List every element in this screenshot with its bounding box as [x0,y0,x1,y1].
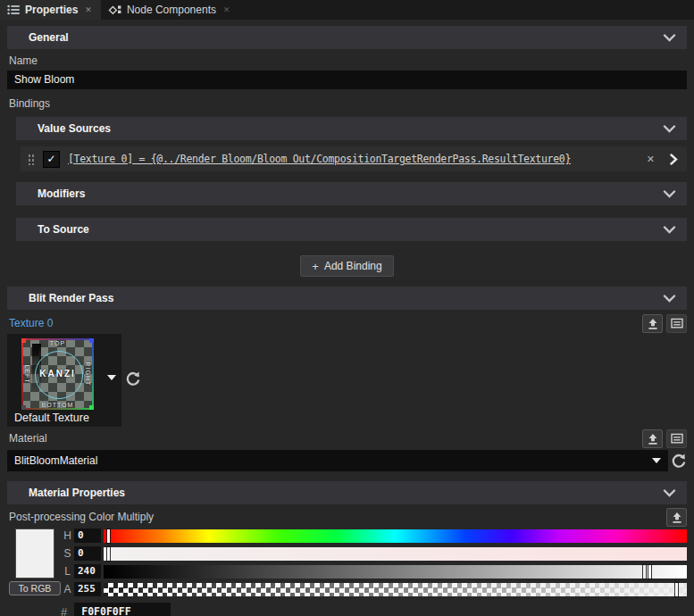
channel-row-s: S 0 [63,546,687,561]
material-label: Material [9,432,47,445]
tab-properties-close-icon[interactable]: ✕ [83,4,94,15]
material-editor-button[interactable] [666,429,687,448]
lightness-slider[interactable] [104,565,687,579]
section-material-properties-title: Material Properties [29,487,125,499]
color-multiply-label: Post-processing Color Multiply [9,511,154,524]
thumb-bottom-label: BOTTOM [21,402,94,408]
saturation-slider[interactable] [104,547,687,561]
chevron-down-icon[interactable] [663,295,676,303]
to-rgb-button[interactable]: To RGB [9,581,61,595]
add-binding-row: + Add Binding [7,255,687,277]
color-editor: To RGB H 0 S 0 L 240 A 255 [7,528,687,599]
hash-label: # [61,605,67,616]
properties-list-icon [7,4,20,15]
node-components-icon [108,4,121,16]
section-blit-render-pass-title: Blit Render Pass [29,292,113,304]
binding-open-icon[interactable] [666,154,681,165]
section-modifiers[interactable]: Modifiers [16,182,687,205]
lightness-slider-handle[interactable] [648,565,651,579]
channel-s-value[interactable]: 0 [74,546,101,561]
alpha-slider[interactable] [104,583,687,596]
plus-icon: + [312,260,319,273]
section-general-title: General [29,31,69,44]
chevron-down-icon[interactable] [663,489,676,497]
binding-checkbox[interactable]: ✓ [43,151,60,168]
channel-h-key: H [63,529,72,542]
upload-icon [647,318,659,329]
channel-row-h: H 0 [63,529,687,543]
material-export-button[interactable] [642,429,663,448]
hex-row: # F0F0F0FF [7,603,687,616]
check-icon: ✓ [46,154,55,164]
material-value: BlitBloomMaterial [14,454,97,467]
binding-row: ✓ [Texture 0] = {@../Render Bloom/Bloom … [21,146,687,171]
section-to-source-title: To Source [38,223,89,236]
chevron-down-icon[interactable] [663,125,676,133]
texture-dropdown-arrow[interactable] [107,375,116,380]
channel-row-a: A 255 [63,582,687,596]
section-value-sources-title: Value Sources [38,122,111,135]
name-label: Name [9,54,685,68]
properties-panel: General Name Show Bloom Bindings Value S… [0,26,694,616]
chevron-down-icon[interactable] [663,226,676,234]
editor-icon [671,318,683,329]
channel-row-l: L 240 [63,564,687,579]
channel-s-key: S [63,547,72,560]
section-to-source[interactable]: To Source [16,218,687,241]
channel-l-key: L [63,565,72,578]
texture-value: Default Texture [7,412,121,424]
section-modifiers-title: Modifiers [38,187,85,200]
upload-icon [647,433,659,445]
material-select[interactable]: BlitBloomMaterial [7,450,668,471]
section-value-sources[interactable]: Value Sources [16,117,687,140]
texture-thumbnail[interactable]: TOP BOTTOM LEFT RIGHT KANZI [21,338,94,410]
triangle-down-icon [652,458,661,463]
texture-export-button[interactable] [642,314,663,333]
hue-slider[interactable] [104,529,687,543]
texture0-label: Texture 0 [9,317,53,330]
alpha-slider-handle[interactable] [675,583,678,596]
tab-properties[interactable]: Properties ✕ [0,0,101,20]
drag-handle-icon[interactable] [28,153,35,165]
hue-slider-handle[interactable] [107,529,110,543]
revert-icon [671,453,687,469]
bindings-label: Bindings [9,97,685,111]
channel-a-key: A [63,583,72,595]
chevron-down-icon[interactable] [663,190,676,198]
editor-icon [671,433,683,444]
upload-icon [671,512,683,523]
tab-node-components-label: Node Components [127,4,216,16]
thumb-top-label: TOP [21,340,94,346]
revert-icon [125,370,141,387]
section-blit-render-pass[interactable]: Blit Render Pass [7,287,687,310]
chevron-down-icon[interactable] [663,34,676,42]
panel-tabbar: Properties ✕ Node Components ✕ [0,0,694,20]
texture-revert-button[interactable] [125,370,141,387]
binding-remove-icon[interactable]: ✕ [643,152,658,167]
tab-properties-label: Properties [25,4,78,16]
thumb-kanzi-label: KANZI [21,369,94,379]
texture-editor-button[interactable] [666,314,687,333]
channel-l-value[interactable]: 240 [74,564,101,579]
binding-expression[interactable]: [Texture 0] = {@../Render Bloom/Bloom Ou… [68,153,635,165]
texture-picker[interactable]: TOP BOTTOM LEFT RIGHT KANZI Default Text… [7,334,121,427]
saturation-slider-handle[interactable] [107,547,110,561]
triangle-down-icon [107,375,116,380]
section-general[interactable]: General [7,26,687,49]
hex-input[interactable]: F0F0F0FF [74,603,171,616]
channel-h-value[interactable]: 0 [74,529,101,543]
name-input[interactable]: Show Bloom [7,71,687,89]
add-binding-button[interactable]: + Add Binding [300,255,393,277]
color-export-button[interactable] [666,508,687,527]
channel-a-value[interactable]: 255 [74,582,101,596]
tab-node-components-close-icon[interactable]: ✕ [222,4,232,15]
tab-node-components[interactable]: Node Components ✕ [101,0,239,20]
section-material-properties[interactable]: Material Properties [7,481,687,504]
material-revert-button[interactable] [671,453,687,469]
color-swatch [15,529,54,579]
add-binding-label: Add Binding [324,260,382,272]
